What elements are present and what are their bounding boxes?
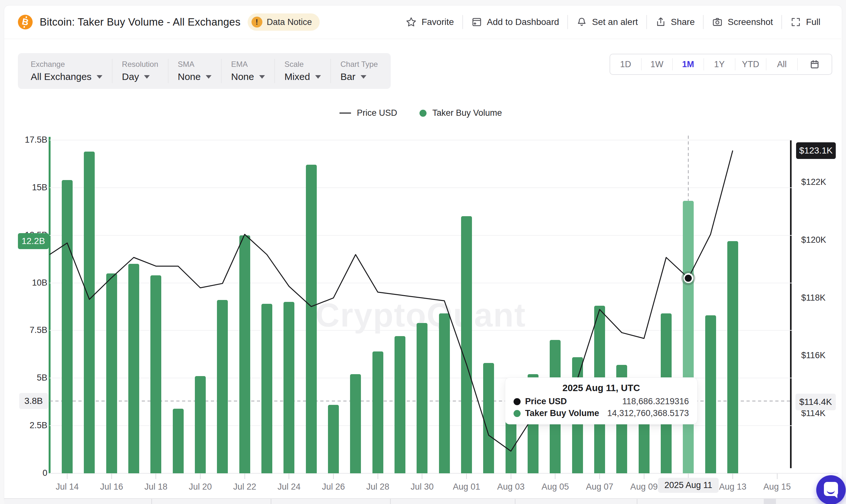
y-left-tick-7.5B: 7.5B [10,325,47,335]
x-label-aug-13: Aug 13 [719,482,746,492]
y-left-tick-2.5B: 2.5B [10,420,47,430]
x-label-jul-30: Jul 30 [410,482,434,492]
price-last-badge: $123.1K [796,142,836,159]
filter-label: EMA [231,60,265,69]
tooltip-series-value: 118,686.3219316 [622,397,689,407]
y-right-tick-116K: $116K [801,350,826,360]
filter-value: Day [122,71,139,82]
crosshair-dot [681,271,695,285]
data-notice-label: Data Notice [267,17,312,27]
tooltip-series-value: 14,312,760,368.5173 [607,408,689,418]
x-tick [156,474,156,479]
x-label-jul-28: Jul 28 [366,482,389,492]
x-tick [599,474,600,479]
action-label: Add to Dashboard [487,17,559,27]
range-1d[interactable]: 1D [610,59,641,69]
x-label-aug-15: Aug 15 [763,482,791,492]
x-tick [333,474,334,479]
action-label: Favorite [421,17,454,27]
y-right-tick-120K: $120K [801,235,826,245]
range-1y[interactable]: 1Y [704,59,735,69]
action-label: Full [806,17,821,27]
filter-label: Chart Type [340,60,378,69]
filter-value: All Exchanges [31,71,91,82]
filter-label: Resolution [122,60,158,69]
share-button[interactable]: Share [647,17,703,28]
chevron-down-icon [206,75,211,79]
y-right-tick-118K: $118K [801,293,826,303]
x-label-aug-09: Aug 09 [630,482,658,492]
filter-label: Scale [284,60,321,69]
x-tick [422,474,422,479]
x-label-jul-16: Jul 16 [100,482,123,492]
filter-value: Bar [340,71,355,82]
scrubber-handle[interactable] [764,499,776,504]
calendar-button[interactable] [798,59,832,69]
range-all[interactable]: All [766,59,797,69]
filter-chart-type[interactable]: Chart TypeBar [331,53,387,89]
y-left-tick-5B: 5B [10,373,47,383]
scrubber-divider [637,499,637,504]
star-icon [406,17,417,28]
filter-value: None [231,71,254,82]
favorite-button[interactable]: Favorite [398,17,462,28]
filter-scale[interactable]: ScaleMixed [275,53,331,89]
legend-label: Taker Buy Volume [432,108,502,118]
y-left-tick-15B: 15B [10,183,47,193]
x-label-jul-24: Jul 24 [278,482,300,492]
header-actions: FavoriteAdd to DashboardSet an alertShar… [398,5,829,39]
x-label-jul-22: Jul 22 [233,482,256,492]
x-tick [245,474,245,479]
header: B Bitcoin: Taker Buy Volume - All Exchan… [4,5,842,39]
scrubber-divider [151,499,152,504]
filter-resolution[interactable]: ResolutionDay [112,53,168,89]
x-tick [466,474,467,479]
range-1m[interactable]: 1M [673,59,704,69]
x-tick [111,474,112,479]
tooltip-row-price-usd: Price USD118,686.3219316 [514,397,689,407]
series-dot-icon [514,398,521,405]
filter-value: None [178,71,201,82]
range-ytd[interactable]: YTD [735,59,766,69]
x-label-2025-aug-11: 2025 Aug 11 [658,478,719,493]
tooltip-series-label: Price USD [525,397,567,407]
x-tick [200,474,200,479]
set-an-alert-button[interactable]: Set an alert [568,17,646,28]
y-right-tick-122K: $122K [801,177,826,187]
dot-swatch-icon [420,110,426,117]
tooltip-date: 2025 Aug 11, UTC [514,383,689,393]
x-label-jul-26: Jul 26 [322,482,345,492]
tooltip-series-label: Taker Buy Volume [525,408,599,418]
data-notice-badge[interactable]: ! Data Notice [248,14,320,31]
series-dot-icon [514,410,521,417]
volume-current-badge: 12.2B [18,233,49,249]
legend-label: Price USD [357,108,397,118]
x-tick [777,474,777,479]
screenshot-button[interactable]: Screenshot [704,17,781,28]
x-label-aug-07: Aug 07 [586,482,613,492]
chevron-down-icon [144,75,150,79]
chat-button[interactable] [816,475,846,504]
share-icon [655,17,666,28]
price-crosshair-badge: $114.4K [795,394,836,410]
filter-ema[interactable]: EMANone [222,53,275,89]
range-1w[interactable]: 1W [641,59,673,69]
cryptoquant-chart-page: B Bitcoin: Taker Buy Volume - All Exchan… [0,0,846,504]
x-label-jul-20: Jul 20 [189,482,212,492]
full-button[interactable]: Full [782,17,829,28]
y-left-tick-17.5B: 17.5B [10,135,47,145]
x-label-jul-14: Jul 14 [56,482,79,492]
legend-item-price-usd[interactable]: Price USD [339,108,397,118]
chart-legend: Price USDTaker Buy Volume [50,108,792,118]
add-to-dashboard-button[interactable]: Add to Dashboard [463,17,568,28]
filter-sma[interactable]: SMANone [168,53,222,89]
fullscreen-icon [790,17,801,28]
x-tick [67,474,68,479]
filter-exchange[interactable]: ExchangeAll Exchanges [21,53,112,89]
volume-crosshair-badge: 3.8B [19,393,48,409]
header-divider [4,39,841,39]
legend-item-taker-buy-volume[interactable]: Taker Buy Volume [420,108,502,118]
timeline-scrubber[interactable] [4,498,841,504]
x-tick [288,474,289,479]
exclamation-icon: ! [251,17,262,28]
